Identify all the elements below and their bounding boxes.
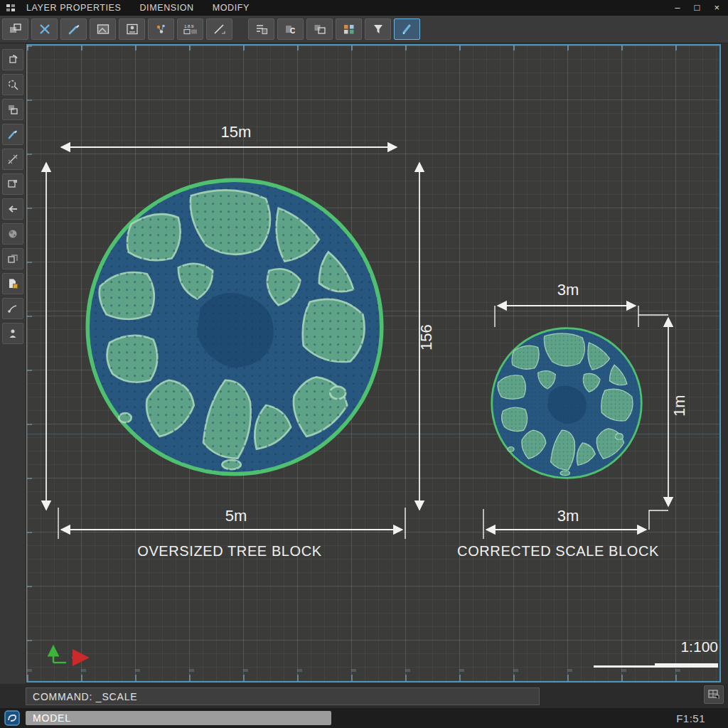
rotate-block-icon bbox=[6, 53, 19, 66]
model-tab-label: MODEL bbox=[33, 712, 71, 724]
filter-button[interactable] bbox=[365, 18, 391, 40]
dimension-style-icon: 1.8.9 bbox=[183, 23, 198, 36]
dimension-style-button[interactable]: 1.8.9 bbox=[177, 18, 203, 40]
app-status-icon bbox=[4, 710, 20, 726]
titlebar: LAYER PROPERTIES DIMENSION MODIFY – □ × bbox=[0, 0, 728, 16]
marker-pen-icon bbox=[400, 23, 414, 36]
status-bar: MODEL F1:51 bbox=[0, 708, 728, 728]
minimize-button[interactable]: – bbox=[675, 0, 680, 16]
menu-modify[interactable]: MODIFY bbox=[213, 3, 250, 13]
dimension-label-top-oversized[interactable]: 15m bbox=[193, 124, 279, 141]
grip-edit-icon bbox=[6, 302, 19, 315]
draw-pen-button[interactable] bbox=[2, 124, 23, 145]
command-input[interactable]: COMMAND: _SCALE bbox=[26, 687, 540, 705]
erase-icon bbox=[38, 23, 52, 36]
stack-copy-icon bbox=[6, 252, 19, 265]
file-badge-button[interactable] bbox=[2, 273, 23, 294]
stack-copy-button[interactable] bbox=[2, 248, 23, 269]
main-toolbar: 1.8.9 C bbox=[0, 16, 728, 43]
command-row: COMMAND: _SCALE bbox=[0, 684, 728, 708]
scale-tools-icon bbox=[342, 23, 356, 36]
tool-sidebar bbox=[0, 43, 26, 684]
insert-block-icon bbox=[9, 23, 23, 36]
block-title-oversized[interactable]: OVERSIZED TREE BLOCK bbox=[98, 543, 361, 560]
undo-arrow-icon bbox=[6, 203, 19, 215]
svg-text:C: C bbox=[290, 27, 295, 35]
menu-dimension[interactable]: DIMENSION bbox=[139, 3, 193, 13]
toolbar-separator bbox=[235, 18, 245, 40]
tree-block-corrected[interactable] bbox=[492, 328, 642, 478]
file-badge-icon bbox=[6, 277, 19, 290]
window-controls: – □ × bbox=[675, 0, 722, 16]
dimension-label-top-corrected[interactable]: 3m bbox=[525, 282, 611, 299]
layer-properties-icon bbox=[255, 23, 269, 36]
status-right-text: F1:51 bbox=[676, 712, 705, 724]
linear-dimension-icon bbox=[213, 23, 227, 36]
block-library-icon bbox=[6, 327, 19, 340]
polyline-pen-button[interactable] bbox=[60, 18, 87, 40]
block-attribute-button[interactable] bbox=[119, 18, 145, 40]
trim-button[interactable] bbox=[2, 74, 23, 95]
image-frame-icon bbox=[96, 23, 110, 36]
dimension-label-bottom-corrected[interactable]: 3m bbox=[525, 508, 611, 525]
erase-button[interactable] bbox=[31, 18, 58, 40]
tree-block-oversized[interactable] bbox=[87, 180, 382, 474]
undo-arrow-button[interactable] bbox=[2, 198, 23, 220]
copy-layers-icon bbox=[6, 103, 19, 116]
drawing-overlay bbox=[27, 46, 719, 681]
scale-ratio-label: 1:100 bbox=[623, 638, 718, 655]
block-title-corrected[interactable]: CORRECTED SCALE BLOCK bbox=[427, 543, 690, 560]
orbit-view-icon bbox=[6, 228, 19, 240]
grid-icon bbox=[707, 689, 720, 700]
measure-line-button[interactable] bbox=[2, 149, 23, 170]
app-icon bbox=[6, 4, 16, 13]
copy-button[interactable]: C bbox=[277, 18, 304, 40]
measure-line-icon bbox=[6, 153, 19, 166]
svg-text:1.8.9: 1.8.9 bbox=[184, 24, 194, 28]
close-button[interactable]: × bbox=[714, 0, 719, 16]
paste-special-button[interactable] bbox=[306, 18, 333, 40]
drawing-canvas[interactable]: 15m 156 5m OVERSIZED TREE BLOCK 3m 1m 3m… bbox=[26, 44, 721, 682]
grip-edit-button[interactable] bbox=[2, 298, 23, 319]
select-frame-icon bbox=[6, 178, 19, 191]
block-library-button[interactable] bbox=[2, 323, 23, 344]
linear-dimension-button[interactable] bbox=[206, 18, 232, 40]
model-tab[interactable]: MODEL bbox=[26, 711, 331, 725]
measure-points-icon bbox=[154, 23, 168, 36]
paste-special-icon bbox=[313, 23, 327, 36]
draw-pen-icon bbox=[6, 128, 19, 141]
layer-properties-button[interactable] bbox=[248, 18, 274, 40]
copy-layers-button[interactable] bbox=[2, 99, 23, 120]
marker-pen-button[interactable] bbox=[394, 18, 420, 40]
select-frame-button[interactable] bbox=[2, 173, 23, 195]
measure-points-button[interactable] bbox=[148, 18, 174, 40]
ucs-icon bbox=[53, 647, 86, 663]
insert-block-button[interactable] bbox=[2, 18, 28, 40]
maximize-button[interactable]: □ bbox=[695, 0, 700, 16]
grid-settings-button[interactable] bbox=[704, 685, 724, 704]
scale-tools-button[interactable] bbox=[336, 18, 362, 40]
dimension-label-bottom-oversized[interactable]: 5m bbox=[193, 508, 279, 525]
image-frame-button[interactable] bbox=[90, 18, 116, 40]
dimension-label-side-corrected[interactable]: 1m bbox=[671, 380, 688, 432]
menu-layer-properties[interactable]: LAYER PROPERTIES bbox=[26, 3, 121, 13]
menu-bar: LAYER PROPERTIES DIMENSION MODIFY bbox=[26, 3, 250, 13]
polyline-pen-icon bbox=[67, 23, 81, 36]
rotate-block-button[interactable] bbox=[2, 49, 23, 70]
dimension-label-side-oversized[interactable]: 156 bbox=[418, 307, 435, 368]
copy-icon: C bbox=[284, 23, 298, 36]
scale-bar[interactable] bbox=[594, 663, 718, 668]
block-attribute-icon bbox=[125, 23, 139, 36]
command-prompt-text: COMMAND: _SCALE bbox=[33, 691, 137, 702]
orbit-view-button[interactable] bbox=[2, 223, 23, 245]
trim-icon bbox=[6, 78, 19, 91]
filter-icon bbox=[371, 23, 385, 36]
